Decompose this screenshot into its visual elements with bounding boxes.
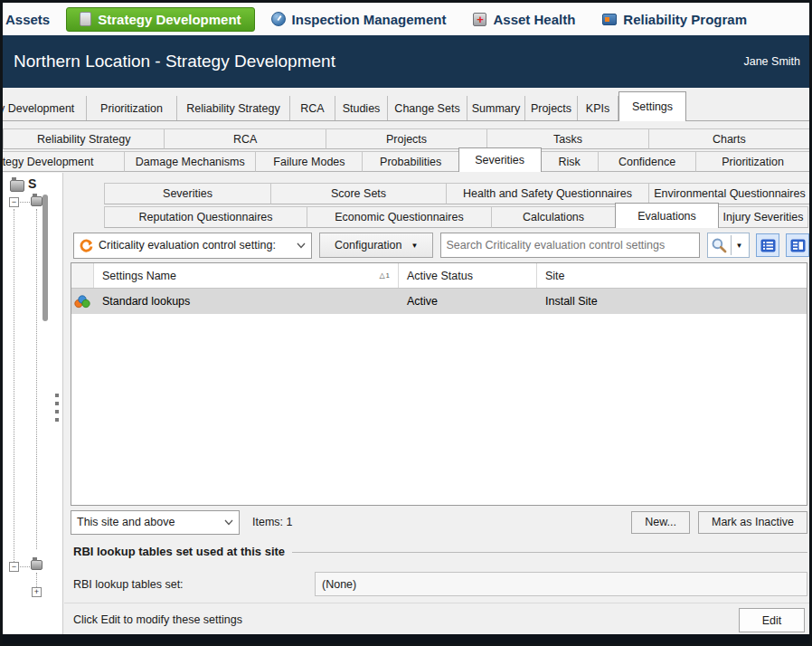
scope-selector-label: This site and above <box>77 516 175 528</box>
tree-branch-line <box>36 573 37 587</box>
module-item-inspection-management[interactable]: Inspection Management <box>260 7 458 32</box>
module-label: Asset Health <box>493 12 575 27</box>
column-label: Active Status <box>407 270 473 282</box>
details-view-icon <box>790 239 806 252</box>
tab-damage-mechanisms[interactable]: Damage Mechanisms <box>124 151 256 172</box>
tab-risk[interactable]: Risk <box>541 151 599 172</box>
tree-node-label[interactable]: S <box>28 176 36 191</box>
tab-environmental-questionnaires[interactable]: Environmental Questionnaires <box>648 183 811 204</box>
tab-reliability-strategy-settings[interactable]: Reliability Strategy <box>3 128 165 149</box>
tree-collapse-box[interactable]: − <box>9 562 19 572</box>
main-tab-strip: Strategy Development Prioritization Reli… <box>3 90 809 121</box>
column-header-site[interactable]: Site <box>537 263 807 288</box>
module-label: Strategy Development <box>98 12 241 27</box>
tab-prioritization[interactable]: Prioritization <box>87 96 177 121</box>
tab-rca-settings[interactable]: RCA <box>164 128 326 149</box>
splitter-grip[interactable] <box>55 394 59 426</box>
page-title: Northern Location - Strategy Development <box>3 52 743 71</box>
window-bottom-border <box>3 634 809 643</box>
search-icon <box>711 237 728 254</box>
tab-projects[interactable]: Projects <box>525 96 578 121</box>
tab-confidence[interactable]: Confidence <box>598 151 696 172</box>
icon-column-header[interactable] <box>71 263 94 288</box>
tab-reputation-questionnaires[interactable]: Reputation Questionnaires <box>104 206 307 228</box>
tab-evaluations[interactable]: Evaluations <box>615 203 719 228</box>
settings-tab-strip: Reliability Strategy RCA Projects Tasks … <box>3 127 809 172</box>
search-input[interactable] <box>440 233 700 258</box>
tab-summary[interactable]: Summary <box>467 96 525 121</box>
mark-as-inactive-button[interactable]: Mark as Inactive <box>698 511 807 534</box>
configuration-label: Configuration <box>335 239 401 252</box>
tab-score-sets[interactable]: Score Sets <box>270 183 447 204</box>
tab-tasks-settings[interactable]: Tasks <box>486 128 648 149</box>
tab-change-sets[interactable]: Change Sets <box>388 96 467 121</box>
list-footer: This site and above Items: 1 New... Mark… <box>71 509 807 535</box>
user-name[interactable]: Jane Smith <box>743 55 809 68</box>
tree-collapse-box[interactable]: − <box>9 197 19 207</box>
edit-button[interactable]: Edit <box>739 608 805 632</box>
tab-prioritization-settings[interactable]: Prioritization <box>695 151 809 172</box>
tab-severities[interactable]: Severities <box>458 147 542 172</box>
module-bar: Assets Strategy Development Inspection M… <box>3 3 809 35</box>
tree-scrollbar-thumb[interactable] <box>42 195 48 321</box>
tab-kpis[interactable]: KPIs <box>578 96 618 121</box>
list-view-button[interactable] <box>756 233 779 257</box>
column-header-settings-name[interactable]: Settings Name △1 <box>94 263 399 288</box>
notepad-icon <box>80 12 91 26</box>
entity-selector-combo[interactable]: Criticality evaluation control setting: <box>73 233 312 259</box>
scope-selector-combo[interactable]: This site and above <box>71 510 240 535</box>
settings-table: Settings Name △1 Active Status Site Stan… <box>71 262 807 506</box>
details-view-button[interactable] <box>786 233 809 257</box>
tab-charts-settings[interactable]: Charts <box>648 128 809 149</box>
module-label: Inspection Management <box>292 12 447 27</box>
evaluations-toolbar: Criticality evaluation control setting: … <box>73 232 809 259</box>
gauge-icon <box>271 12 286 26</box>
status-hint: Click Edit to modify these settings <box>73 613 242 626</box>
search-button[interactable]: ▼ <box>707 233 750 258</box>
search-options-arrow-icon[interactable]: ▼ <box>735 242 742 250</box>
button-divider <box>731 235 732 255</box>
tab-injury-severities[interactable]: Injury Severities <box>718 206 808 228</box>
section-divider <box>292 552 807 553</box>
cell-active-status: Active <box>399 289 537 314</box>
rbi-section-heading: RBI lookup tables set used at this site <box>73 545 807 558</box>
page-header: Northern Location - Strategy Development… <box>3 35 809 88</box>
module-item-assets[interactable]: Assets <box>3 7 61 32</box>
tree-asset-icon[interactable] <box>31 560 42 570</box>
configuration-button[interactable]: Configuration ▼ <box>319 233 434 258</box>
tab-failure-modes[interactable]: Failure Modes <box>255 151 363 172</box>
tab-reliability-strategy[interactable]: Reliability Strategy <box>177 96 290 121</box>
tree-asset-icon[interactable] <box>10 180 24 192</box>
tree-connector <box>20 566 30 567</box>
table-row[interactable]: Standard lookups Active Install Site <box>71 289 807 314</box>
list-view-icon <box>760 239 776 252</box>
cell-site: Install Site <box>537 289 807 314</box>
module-item-strategy-development[interactable]: Strategy Development <box>66 7 254 32</box>
tab-calculations[interactable]: Calculations <box>491 206 616 228</box>
new-button[interactable]: New... <box>631 511 690 534</box>
tab-strategy-development[interactable]: Strategy Development <box>3 96 87 121</box>
column-header-active-status[interactable]: Active Status <box>399 263 537 288</box>
tree-expand-box[interactable]: + <box>32 587 42 597</box>
tab-projects-settings[interactable]: Projects <box>326 128 487 149</box>
rbi-field-label: RBI lookup tables set: <box>73 578 184 591</box>
tab-probabilities[interactable]: Probabilities <box>362 151 458 172</box>
lookup-set-icon <box>74 295 90 309</box>
tab-rca[interactable]: RCA <box>290 96 335 121</box>
tab-economic-questionnaires[interactable]: Economic Questionnaires <box>307 206 492 228</box>
sort-ascending-icon: △1 <box>379 271 390 280</box>
tab-health-safety-questionnaires[interactable]: Health and Safety Questionnaires <box>446 183 649 204</box>
entity-selector-label: Criticality evaluation control setting: <box>99 239 276 252</box>
module-item-reliability-program[interactable]: Reliability Program <box>591 7 758 32</box>
tree-asset-icon[interactable] <box>31 196 42 206</box>
rbi-lookup-set-field[interactable] <box>315 572 807 596</box>
tab-studies[interactable]: Studies <box>335 96 388 121</box>
tree-branch-line <box>36 209 37 549</box>
module-item-asset-health[interactable]: Asset Health <box>462 7 586 32</box>
tab-settings[interactable]: Settings <box>618 91 686 121</box>
first-aid-icon <box>473 13 486 26</box>
tab-severities-sub[interactable]: Severities <box>104 183 271 204</box>
tab-strategy-development-settings[interactable]: Strategy Development <box>3 151 125 172</box>
items-count: Items: 1 <box>252 516 292 528</box>
chevron-down-icon <box>224 519 233 526</box>
